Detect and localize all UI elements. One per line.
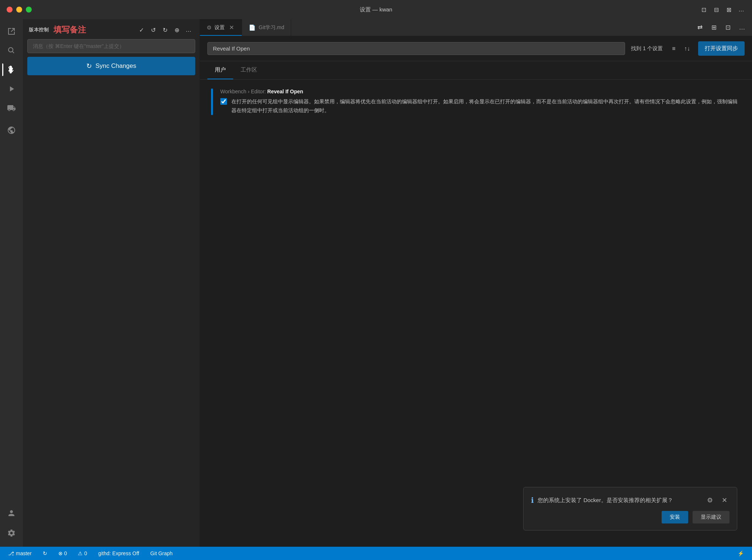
githd-status[interactable]: githd: Express Off <box>96 550 141 557</box>
tab-bar: ⚙ 设置 ✕ 📄 Git学习.md ⇄ ⊞ ⊡ … <box>200 19 752 36</box>
sync-icon: ↻ <box>86 62 92 70</box>
stage-all-btn[interactable]: ⊕ <box>172 25 182 35</box>
activity-item-explorer[interactable] <box>2 22 21 41</box>
settings-tab-close[interactable]: ✕ <box>228 24 235 31</box>
sync-changes-button[interactable]: ↻ Sync Changes <box>27 57 195 75</box>
sidebar-title: 版本控制 <box>29 27 49 33</box>
git-tab-label: Git学习.md <box>259 24 284 31</box>
titlebar-right: ⊡ ⊟ ⊠ … <box>700 6 752 14</box>
breadcrumb-bold: Reveal If Open <box>267 89 303 94</box>
git-graph-status[interactable]: Git Graph <box>148 550 175 557</box>
sidebar-toggle-icon[interactable]: ⊟ <box>712 6 720 14</box>
setting-breadcrumb: Workbench › Editor: Reveal If Open <box>220 89 741 94</box>
tab-bar-right: ⇄ ⊞ ⊡ … <box>694 19 752 36</box>
titlebar: 设置 — kwan ⊡ ⊟ ⊠ … <box>0 0 752 19</box>
activity-item-run[interactable] <box>2 80 21 98</box>
maximize-button[interactable] <box>26 7 32 13</box>
notification-close-button[interactable]: ✕ <box>720 495 729 505</box>
settings-search-bar: 找到 1 个设置 ≡ ↑↓ 打开设置同步 <box>200 36 752 61</box>
activity-bar <box>0 19 23 547</box>
minimize-button[interactable] <box>16 7 22 13</box>
notification-settings-icon[interactable]: ⚙ <box>707 496 713 504</box>
setting-item: Workbench › Editor: Reveal If Open 在打开的任… <box>211 89 741 115</box>
activity-bottom <box>2 504 21 547</box>
errors-label: ⊗ 0 <box>58 550 67 556</box>
githd-label: githd: Express Off <box>98 550 139 556</box>
remote-status[interactable]: ⚡ <box>735 550 746 557</box>
more-icon[interactable]: … <box>737 6 745 14</box>
refresh-btn[interactable]: ↻ <box>160 25 170 35</box>
setting-checkbox-row: 在打开的任何可见组中显示编辑器。如果禁用，编辑器将优先在当前活动的编辑器组中打开… <box>220 97 741 115</box>
git-learning-tab[interactable]: 📄 Git学习.md <box>242 19 291 36</box>
activity-item-extensions[interactable] <box>2 99 21 117</box>
undo-btn[interactable]: ↺ <box>148 25 158 35</box>
status-right: ⚡ <box>735 550 746 557</box>
settings-search-result: 找到 1 个设置 <box>631 45 663 52</box>
main-layout: 版本控制 填写备注 ✓ ↺ ↻ ⊕ … ↻ Sync Changes ⚙ 设置 <box>0 19 752 547</box>
remote-icon: ⚡ <box>738 550 744 556</box>
sync-settings-icon[interactable]: ⇄ <box>694 22 706 33</box>
activity-item-settings[interactable] <box>2 524 21 542</box>
settings-tab-items: 用户 工作区 <box>207 61 265 79</box>
split-editor-icon[interactable]: ⊡ <box>722 22 734 33</box>
commit-message-input[interactable] <box>27 39 195 53</box>
commit-input-area <box>23 39 200 57</box>
settings-section: Workbench › Editor: Reveal If Open 在打开的任… <box>200 80 752 124</box>
warnings-status[interactable]: ⚠ 0 <box>76 550 89 557</box>
activity-item-source-control[interactable] <box>2 61 21 79</box>
show-suggestions-button[interactable]: 显示建议 <box>693 511 729 523</box>
sync-status[interactable]: ↻ <box>41 550 49 557</box>
split-icon[interactable]: ⊠ <box>725 6 733 14</box>
info-icon: ℹ <box>531 496 534 505</box>
settings-tab-user[interactable]: 用户 <box>207 61 233 79</box>
git-branch-icon: ⎇ <box>8 550 14 556</box>
settings-search-icons: ≡ ↑↓ <box>669 44 692 54</box>
gear-icon: ⚙ <box>207 24 211 31</box>
sidebar-header: 版本控制 填写备注 ✓ ↺ ↻ ⊕ … <box>23 19 200 39</box>
editor-area: ⚙ 设置 ✕ 📄 Git学习.md ⇄ ⊞ ⊡ … 找到 1 个设置 <box>200 19 752 547</box>
commit-checkmark-btn[interactable]: ✓ <box>136 25 146 35</box>
settings-content: 找到 1 个设置 ≡ ↑↓ 打开设置同步 用户 工作区 <box>200 36 752 547</box>
settings-tab[interactable]: ⚙ 设置 ✕ <box>200 19 242 36</box>
activity-item-account[interactable] <box>2 504 21 522</box>
sync-button-label: Sync Changes <box>96 62 137 70</box>
warnings-label: ⚠ 0 <box>78 550 87 556</box>
settings-search-input[interactable] <box>207 42 625 55</box>
editor-more-icon[interactable]: … <box>737 22 748 33</box>
workspace-tab-label: 工作区 <box>241 66 257 73</box>
breadcrumb-prefix: Workbench › Editor: <box>220 89 267 94</box>
activity-item-remote[interactable] <box>2 121 21 139</box>
close-button[interactable] <box>7 7 13 13</box>
install-button[interactable]: 安装 <box>662 511 688 523</box>
errors-status[interactable]: ⊗ 0 <box>56 550 69 557</box>
notification-header: ℹ 您的系统上安装了 Docker。是否安装推荐的相关扩展？ ⚙ ✕ <box>531 495 729 505</box>
branch-status[interactable]: ⎇ master <box>6 550 34 557</box>
source-control-sidebar: 版本控制 填写备注 ✓ ↺ ↻ ⊕ … ↻ Sync Changes <box>23 19 200 547</box>
setting-description: 在打开的任何可见组中显示编辑器。如果禁用，编辑器将优先在当前活动的编辑器组中打开… <box>231 97 741 115</box>
markdown-icon: 📄 <box>249 24 256 31</box>
sort-icon[interactable]: ↑↓ <box>682 44 692 54</box>
sync-status-icon: ↻ <box>43 550 47 556</box>
setting-left-bar <box>211 89 213 115</box>
open-sync-button[interactable]: 打开设置同步 <box>698 41 745 56</box>
status-bar: ⎇ master ↻ ⊗ 0 ⚠ 0 githd: Express Off Gi… <box>0 547 752 560</box>
reveal-if-open-checkbox[interactable] <box>220 98 227 105</box>
settings-tabs: 用户 工作区 <box>200 61 752 80</box>
notification-actions: 安装 显示建议 <box>531 511 729 523</box>
titlebar-buttons <box>0 7 32 13</box>
settings-tab-label: 设置 <box>214 24 225 31</box>
activity-item-search[interactable] <box>2 41 21 60</box>
sidebar-annotation: 填写备注 <box>54 24 86 35</box>
more-actions-btn[interactable]: … <box>183 25 194 35</box>
toggle-secondary-sidebar-icon[interactable]: ⊞ <box>708 22 720 33</box>
branch-name: master <box>16 550 32 556</box>
user-tab-label: 用户 <box>215 66 226 73</box>
notification-toast: ℹ 您的系统上安装了 Docker。是否安装推荐的相关扩展？ ⚙ ✕ 安装 显示… <box>523 487 737 530</box>
filter-icon[interactable]: ≡ <box>669 44 679 54</box>
sidebar-actions: ✓ ↺ ↻ ⊕ … <box>136 25 194 35</box>
layout-icon[interactable]: ⊡ <box>700 6 708 14</box>
notification-text: 您的系统上安装了 Docker。是否安装推荐的相关扩展？ <box>538 497 700 504</box>
settings-tab-workspace[interactable]: 工作区 <box>233 61 265 79</box>
setting-body: Workbench › Editor: Reveal If Open 在打开的任… <box>220 89 741 115</box>
git-graph-label: Git Graph <box>150 550 173 556</box>
